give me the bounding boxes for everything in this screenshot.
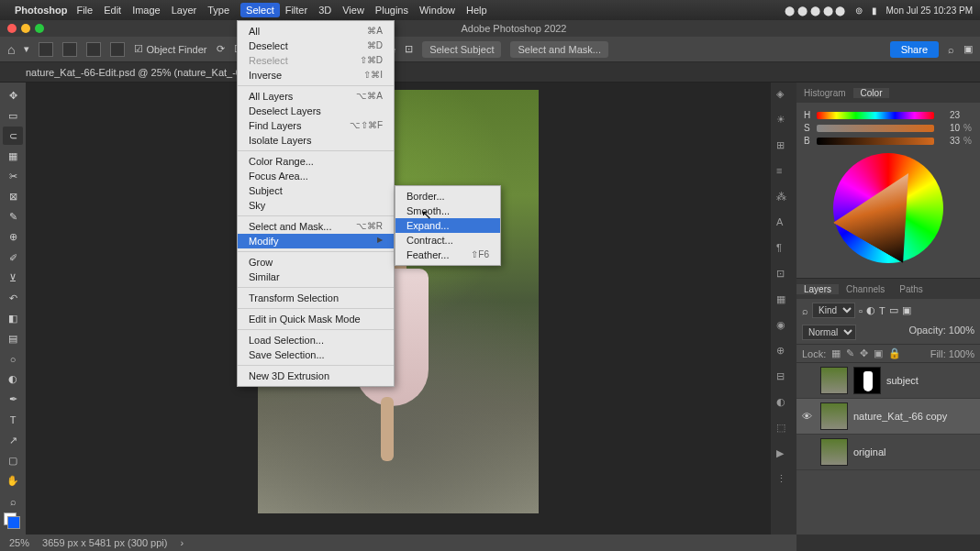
panel-icon-2[interactable]: ☀: [776, 114, 791, 128]
panel-icon-1[interactable]: ◈: [776, 88, 791, 103]
layer-name[interactable]: subject: [886, 375, 919, 386]
refresh-icon[interactable]: ⟳: [217, 43, 225, 55]
menu-view[interactable]: View: [342, 5, 364, 16]
mode-new[interactable]: [39, 42, 53, 57]
lock-pos-icon[interactable]: ✥: [860, 347, 868, 359]
mode-add[interactable]: [62, 42, 77, 57]
s-value[interactable]: 10: [938, 123, 960, 133]
mode-int[interactable]: [110, 42, 125, 57]
brush-tool[interactable]: ✐: [3, 248, 23, 267]
shape-tool[interactable]: ▢: [3, 451, 23, 469]
mode-sub[interactable]: [86, 42, 101, 57]
b-value[interactable]: 33: [938, 136, 960, 146]
panel-icon-3[interactable]: ⊞: [776, 139, 791, 154]
fill-value[interactable]: 100%: [949, 348, 974, 359]
h-value[interactable]: 23: [938, 110, 960, 120]
gradient-tool[interactable]: ▤: [3, 330, 23, 348]
menuitem-select-and-mask-[interactable]: Select and Mask...⌥⌘R: [238, 219, 394, 234]
healing-tool[interactable]: ⊕: [3, 228, 23, 247]
color-swatch[interactable]: [4, 512, 22, 529]
menuitem-subject[interactable]: Subject: [238, 183, 394, 198]
layer-name[interactable]: nature_Kat_-66 copy: [853, 411, 947, 422]
menuitem-find-layers[interactable]: Find Layers⌥⇧⌘F: [238, 118, 394, 133]
menuitem-load-selection-[interactable]: Load Selection...: [238, 333, 394, 347]
layer-row[interactable]: original: [796, 435, 980, 470]
menuitem-new-d-extrusion[interactable]: New 3D Extrusion: [238, 369, 394, 383]
close-button[interactable]: [7, 24, 17, 33]
menu-layer[interactable]: Layer: [172, 5, 197, 16]
panel-icon-10[interactable]: ◉: [776, 319, 791, 334]
lock-trans-icon[interactable]: ▦: [831, 347, 841, 359]
layer-thumbnail[interactable]: [820, 438, 848, 466]
lock-art-icon[interactable]: ▣: [874, 347, 883, 359]
menuitem-grow[interactable]: Grow: [238, 255, 394, 270]
panel-icon-12[interactable]: ⊟: [776, 370, 791, 385]
panel-icon-16[interactable]: ⋮: [776, 473, 791, 488]
lock-all-icon[interactable]: 🔒: [888, 347, 901, 359]
layer-thumbnail[interactable]: [820, 367, 848, 394]
object-select-tool[interactable]: ▦: [3, 147, 23, 165]
move-tool[interactable]: ✥: [3, 86, 23, 105]
clock[interactable]: Mon Jul 25 10:23 PM: [886, 6, 974, 16]
menuitem-deselect-layers[interactable]: Deselect Layers: [238, 104, 394, 118]
menuitem-sky[interactable]: Sky: [238, 198, 394, 213]
tab-paths[interactable]: Paths: [892, 284, 930, 294]
select-and-mask-button[interactable]: Select and Mask...: [510, 41, 608, 58]
panel-icon-15[interactable]: ▶: [776, 447, 791, 462]
submenuitem-smooth-[interactable]: Smooth...: [395, 204, 500, 218]
menuitem-all-layers[interactable]: All Layers⌥⌘A: [238, 89, 394, 104]
tool-preset[interactable]: ▾: [24, 43, 29, 55]
app-name[interactable]: Photoshop: [15, 5, 67, 16]
menu-filter[interactable]: Filter: [285, 5, 307, 16]
menu-type[interactable]: Type: [207, 5, 229, 16]
lasso-tool[interactable]: ⊂: [3, 127, 23, 145]
submenuitem-expand-[interactable]: Expand...: [395, 218, 500, 233]
panel-icon-8[interactable]: ⊡: [776, 268, 791, 282]
panel-icon-9[interactable]: ▦: [776, 293, 791, 308]
h-slider[interactable]: [817, 112, 934, 119]
filter-kind[interactable]: Kind: [812, 303, 855, 318]
menuitem-transform-selection[interactable]: Transform Selection: [238, 291, 394, 305]
wifi-icon[interactable]: ⊚: [855, 6, 863, 16]
menu-file[interactable]: File: [76, 5, 93, 16]
eraser-tool[interactable]: ◧: [3, 309, 23, 327]
marquee-tool[interactable]: ▭: [3, 106, 23, 125]
stamp-tool[interactable]: ⊻: [3, 269, 23, 287]
filter-icon[interactable]: ⌕: [802, 305, 808, 316]
select-subject-button[interactable]: Select Subject: [422, 41, 501, 58]
menuitem-inverse[interactable]: Inverse⇧⌘I: [238, 68, 394, 83]
filter-pixel-icon[interactable]: ▫: [859, 305, 863, 316]
menu-image[interactable]: Image: [132, 5, 161, 16]
menu-edit[interactable]: Edit: [104, 5, 121, 16]
canvas-area[interactable]: [26, 83, 771, 534]
s-slider[interactable]: [817, 125, 934, 132]
menu-window[interactable]: Window: [419, 5, 455, 16]
crop-tool[interactable]: ✂: [3, 168, 23, 186]
workspace-icon[interactable]: ▣: [963, 43, 973, 55]
zoom-tool[interactable]: ⌕: [3, 492, 23, 511]
share-button[interactable]: Share: [890, 41, 939, 58]
pen-tool[interactable]: ✒: [3, 391, 23, 409]
panel-icon-5[interactable]: ⁂: [776, 191, 791, 205]
panel-icon-7[interactable]: ¶: [776, 242, 791, 257]
blend-mode[interactable]: Normal: [802, 325, 856, 340]
zoom-level[interactable]: 25%: [9, 537, 29, 548]
layer-visibility-icon[interactable]: 👁: [802, 411, 815, 422]
layer-row[interactable]: subject: [796, 363, 980, 399]
eyedropper-tool[interactable]: ✎: [3, 208, 23, 226]
menuitem-save-selection-[interactable]: Save Selection...: [238, 347, 394, 362]
layer-name[interactable]: original: [853, 446, 885, 457]
battery-icon[interactable]: ▮: [872, 6, 877, 16]
minimize-button[interactable]: [21, 24, 30, 33]
menuitem-similar[interactable]: Similar: [238, 270, 394, 284]
type-tool[interactable]: T: [3, 411, 23, 429]
menuitem-deselect[interactable]: Deselect⌘D: [238, 39, 394, 53]
menuitem-isolate-layers[interactable]: Isolate Layers: [238, 133, 394, 148]
filter-adj-icon[interactable]: ◐: [866, 304, 875, 316]
filter-smart-icon[interactable]: ▣: [902, 304, 911, 316]
panel-icon-6[interactable]: A: [776, 216, 791, 231]
menuitem-modify[interactable]: Modify: [238, 234, 394, 248]
menu-help[interactable]: Help: [466, 5, 487, 16]
frame-tool[interactable]: ⊠: [3, 188, 23, 206]
layer-thumbnail[interactable]: [820, 402, 848, 430]
